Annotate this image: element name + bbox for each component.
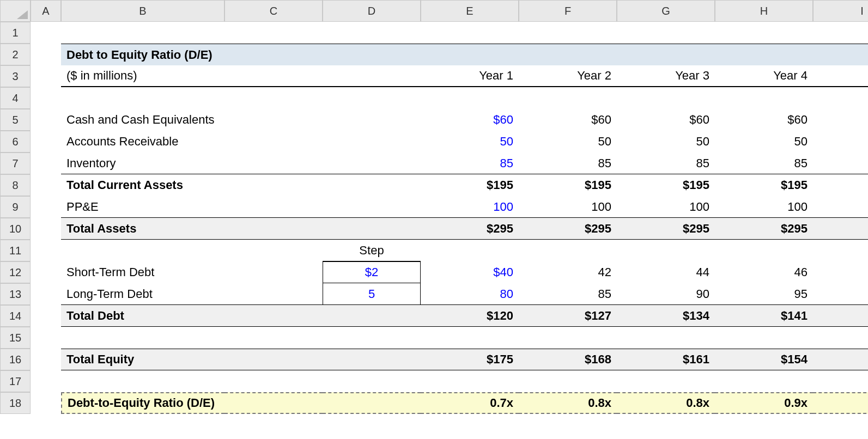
cell[interactable] — [31, 218, 61, 240]
val-ltd-y4[interactable]: 95 — [715, 283, 813, 305]
val-ar-y3[interactable]: 50 — [617, 131, 715, 153]
val-inv-y1[interactable]: 85 — [421, 153, 519, 174]
val-ratio-y5[interactable]: 1.0x — [813, 392, 868, 414]
cell[interactable] — [31, 109, 61, 131]
col-header-C[interactable]: C — [224, 0, 323, 22]
cell[interactable] — [224, 305, 323, 327]
cell[interactable] — [323, 392, 421, 414]
val-te-y4[interactable]: $154 — [715, 349, 813, 370]
val-inv-y4[interactable]: 85 — [715, 153, 813, 174]
cell[interactable] — [61, 87, 868, 109]
val-cash-y3[interactable]: $60 — [617, 109, 715, 131]
val-td-y2[interactable]: $127 — [519, 305, 617, 327]
val-tca-y5[interactable]: $195 — [813, 174, 868, 196]
label-ta[interactable]: Total Assets — [61, 218, 224, 240]
cell[interactable] — [421, 240, 519, 261]
val-ltd-y2[interactable]: 85 — [519, 283, 617, 305]
row-header-16[interactable]: 16 — [0, 349, 31, 370]
cell[interactable] — [61, 327, 868, 349]
val-ltd-y3[interactable]: 90 — [617, 283, 715, 305]
val-std-y1[interactable]: $40 — [421, 261, 519, 283]
col-header-B[interactable]: B — [61, 0, 224, 22]
cell[interactable] — [617, 240, 715, 261]
col-header-A[interactable]: A — [31, 0, 61, 22]
year-header[interactable]: Year 3 — [617, 65, 715, 87]
label-ppe[interactable]: PP&E — [61, 196, 224, 218]
label-tca[interactable]: Total Current Assets — [61, 174, 224, 196]
cell[interactable] — [61, 240, 224, 261]
cell[interactable] — [323, 349, 421, 370]
cell[interactable] — [31, 305, 61, 327]
label-cash[interactable]: Cash and Cash Equivalents — [61, 109, 224, 131]
cell[interactable] — [31, 65, 61, 87]
cell[interactable] — [224, 174, 323, 196]
cell[interactable] — [31, 327, 61, 349]
val-ta-y4[interactable]: $295 — [715, 218, 813, 240]
step-ltd[interactable]: 5 — [323, 283, 421, 305]
val-te-y2[interactable]: $168 — [519, 349, 617, 370]
label-inv[interactable]: Inventory — [61, 153, 224, 174]
cell[interactable] — [224, 349, 323, 370]
val-ta-y5[interactable]: $295 — [813, 218, 868, 240]
cell[interactable] — [31, 174, 61, 196]
val-ta-y1[interactable]: $295 — [421, 218, 519, 240]
cell[interactable] — [31, 349, 61, 370]
col-header-G[interactable]: G — [617, 0, 715, 22]
val-ta-y2[interactable]: $295 — [519, 218, 617, 240]
row-header-9[interactable]: 9 — [0, 196, 31, 218]
cell[interactable] — [323, 305, 421, 327]
cell[interactable] — [31, 283, 61, 305]
val-ar-y1[interactable]: 50 — [421, 131, 519, 153]
val-ppe-y4[interactable]: 100 — [715, 196, 813, 218]
row-header-4[interactable]: 4 — [0, 87, 31, 109]
row-header-11[interactable]: 11 — [0, 240, 31, 261]
cell[interactable] — [224, 196, 323, 218]
row-header-15[interactable]: 15 — [0, 327, 31, 349]
row-header-10[interactable]: 10 — [0, 218, 31, 240]
cell[interactable] — [323, 109, 421, 131]
val-tca-y2[interactable]: $195 — [519, 174, 617, 196]
cell[interactable] — [224, 392, 323, 414]
label-ar[interactable]: Accounts Receivable — [61, 131, 224, 153]
cell[interactable] — [715, 240, 813, 261]
step-std[interactable]: $2 — [323, 261, 421, 283]
step-header[interactable]: Step — [323, 240, 421, 261]
title-cell[interactable]: Debt to Equity Ratio (D/E) — [61, 44, 868, 65]
cell[interactable] — [31, 87, 61, 109]
row-header-8[interactable]: 8 — [0, 174, 31, 196]
val-te-y3[interactable]: $161 — [617, 349, 715, 370]
cell[interactable] — [31, 131, 61, 153]
label-ltd[interactable]: Long-Term Debt — [61, 283, 224, 305]
val-td-y4[interactable]: $141 — [715, 305, 813, 327]
cell[interactable] — [323, 131, 421, 153]
col-header-E[interactable]: E — [421, 0, 519, 22]
val-ppe-y2[interactable]: 100 — [519, 196, 617, 218]
val-te-y5[interactable]: $147 — [813, 349, 868, 370]
val-ratio-y1[interactable]: 0.7x — [421, 392, 519, 414]
cell[interactable] — [323, 174, 421, 196]
label-td[interactable]: Total Debt — [61, 305, 224, 327]
cell[interactable] — [61, 22, 868, 44]
cell[interactable] — [224, 283, 323, 305]
val-ta-y3[interactable]: $295 — [617, 218, 715, 240]
cell[interactable] — [31, 392, 61, 414]
year-header[interactable]: Year 4 — [715, 65, 813, 87]
cell[interactable] — [61, 370, 868, 392]
cell[interactable] — [31, 240, 61, 261]
cell[interactable] — [323, 218, 421, 240]
val-tca-y3[interactable]: $195 — [617, 174, 715, 196]
cell[interactable] — [519, 240, 617, 261]
row-header-3[interactable]: 3 — [0, 65, 31, 87]
year-header[interactable]: Year 2 — [519, 65, 617, 87]
val-cash-y5[interactable]: $60 — [813, 109, 868, 131]
val-ar-y2[interactable]: 50 — [519, 131, 617, 153]
row-header-12[interactable]: 12 — [0, 261, 31, 283]
val-inv-y2[interactable]: 85 — [519, 153, 617, 174]
cell[interactable] — [224, 109, 323, 131]
col-header-D[interactable]: D — [323, 0, 421, 22]
val-te-y1[interactable]: $175 — [421, 349, 519, 370]
year-header[interactable]: Year 1 — [421, 65, 519, 87]
val-std-y5[interactable]: 48 — [813, 261, 868, 283]
val-ar-y5[interactable]: 50 — [813, 131, 868, 153]
val-inv-y3[interactable]: 85 — [617, 153, 715, 174]
